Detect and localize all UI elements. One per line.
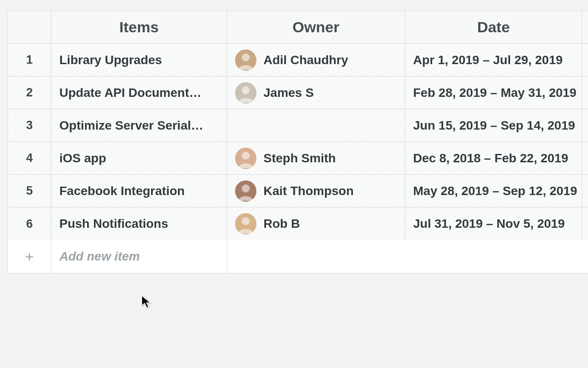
rest-cell xyxy=(582,142,588,174)
add-item-placeholder[interactable]: Add new item xyxy=(51,240,227,273)
owner-name: Kait Thompson xyxy=(263,184,354,198)
avatar xyxy=(235,82,256,104)
rest-cell xyxy=(582,207,588,240)
table-row[interactable]: 3 Optimize Server Serial… Jun 15, 2019 –… xyxy=(8,109,588,142)
table-header-row: Items Owner Date xyxy=(8,11,588,44)
avatar xyxy=(235,213,256,234)
row-number: 3 xyxy=(8,109,51,142)
items-table: Items Owner Date 1 Library Upgrades Adil… xyxy=(8,11,588,273)
header-row-number xyxy=(8,11,51,43)
add-new-item-row[interactable]: + Add new item xyxy=(8,240,588,273)
date-cell[interactable]: Jun 15, 2019 – Sep 14, 2019 xyxy=(405,109,582,142)
owner-cell[interactable]: Adil Chaudhry xyxy=(227,44,405,76)
rest-cell xyxy=(582,77,588,109)
add-item-rest xyxy=(227,240,588,273)
svg-point-7 xyxy=(242,184,250,192)
svg-point-1 xyxy=(242,54,250,61)
row-number: 6 xyxy=(8,207,51,240)
item-cell[interactable]: Push Notifications xyxy=(51,207,227,240)
date-cell[interactable]: Apr 1, 2019 – Jul 29, 2019 xyxy=(405,44,582,76)
svg-point-3 xyxy=(242,86,250,94)
avatar xyxy=(235,148,256,169)
date-cell[interactable]: Feb 28, 2019 – May 31, 2019 xyxy=(405,77,582,109)
row-number: 2 xyxy=(8,77,51,109)
date-cell[interactable]: Dec 8, 2018 – Feb 22, 2019 xyxy=(405,142,582,174)
item-cell[interactable]: Update API Document… xyxy=(51,77,227,109)
item-cell[interactable]: Optimize Server Serial… xyxy=(51,109,227,142)
add-item-plus-cell[interactable]: + xyxy=(8,240,51,273)
header-date[interactable]: Date xyxy=(405,11,582,43)
header-rest xyxy=(582,11,588,43)
table-row[interactable]: 1 Library Upgrades Adil Chaudhry Apr 1, … xyxy=(8,44,588,77)
owner-name: Steph Smith xyxy=(263,151,336,165)
avatar xyxy=(235,50,256,71)
table-row[interactable]: 6 Push Notifications Rob B Jul 31, 2019 … xyxy=(8,207,588,240)
rest-cell xyxy=(582,175,588,207)
svg-point-5 xyxy=(242,152,250,160)
rest-cell xyxy=(582,109,588,142)
item-cell[interactable]: iOS app xyxy=(51,142,227,174)
owner-name: Rob B xyxy=(263,217,300,231)
plus-icon: + xyxy=(25,248,34,265)
item-cell[interactable]: Library Upgrades xyxy=(51,44,227,76)
row-number: 5 xyxy=(8,175,51,207)
header-owner[interactable]: Owner xyxy=(227,11,405,43)
table-row[interactable]: 2 Update API Document… James S Feb 28, 2… xyxy=(8,77,588,109)
owner-cell[interactable]: Rob B xyxy=(227,207,405,240)
avatar xyxy=(235,180,256,202)
owner-cell[interactable]: Kait Thompson xyxy=(227,175,405,207)
mouse-cursor-icon xyxy=(141,295,151,308)
date-cell[interactable]: May 28, 2019 – Sep 12, 2019 xyxy=(405,175,582,207)
owner-cell[interactable] xyxy=(227,109,405,142)
owner-cell[interactable]: James S xyxy=(227,77,405,109)
date-cell[interactable]: Jul 31, 2019 – Nov 5, 2019 xyxy=(405,207,582,240)
rest-cell xyxy=(582,44,588,76)
row-number: 1 xyxy=(8,44,51,76)
svg-point-9 xyxy=(242,217,250,225)
owner-name: James S xyxy=(263,86,314,100)
table-row[interactable]: 4 iOS app Steph Smith Dec 8, 2018 – Feb … xyxy=(8,142,588,175)
owner-name: Adil Chaudhry xyxy=(263,53,348,67)
owner-cell[interactable]: Steph Smith xyxy=(227,142,405,174)
row-number: 4 xyxy=(8,142,51,174)
item-cell[interactable]: Facebook Integration xyxy=(51,175,227,207)
header-items[interactable]: Items xyxy=(51,11,227,43)
table-row[interactable]: 5 Facebook Integration Kait Thompson May… xyxy=(8,175,588,207)
